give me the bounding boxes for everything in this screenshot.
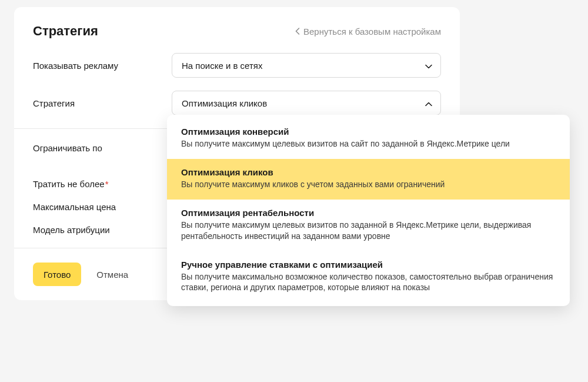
dropdown-option-desc: Вы получите максимально возможное количе… bbox=[181, 271, 556, 294]
cancel-button[interactable]: Отмена bbox=[86, 263, 139, 286]
dropdown-option-clicks[interactable]: Оптимизация кликов Вы получите максимум … bbox=[167, 159, 570, 200]
dropdown-option-desc: Вы получите максимум целевых визитов по … bbox=[181, 220, 556, 242]
select-strategy-value: Оптимизация кликов bbox=[182, 98, 267, 108]
dropdown-option-title: Оптимизация кликов bbox=[181, 167, 556, 177]
label-show-ads: Показывать рекламу bbox=[33, 61, 172, 71]
done-button[interactable]: Готово bbox=[33, 263, 81, 286]
label-limit-by: Ограничивать по bbox=[33, 143, 172, 153]
dropdown-option-conversions[interactable]: Оптимизация конверсий Вы получите максим… bbox=[167, 118, 570, 159]
row-strategy: Стратегия Оптимизация кликов bbox=[33, 91, 441, 115]
label-max-price: Максимальная цена bbox=[33, 202, 172, 212]
label-strategy: Стратегия bbox=[33, 98, 172, 108]
label-spend-max: Тратить не более bbox=[33, 179, 172, 189]
dropdown-option-desc: Вы получите максимум кликов с учетом зад… bbox=[181, 179, 556, 190]
label-attribution: Модель атрибуции bbox=[33, 225, 172, 235]
dropdown-option-title: Оптимизация конверсий bbox=[181, 127, 556, 137]
back-link-label: Вернуться к базовым настройкам bbox=[303, 26, 441, 36]
select-show-ads-value: На поиске и в сетях bbox=[182, 61, 262, 71]
dropdown-option-manual[interactable]: Ручное управление ставками с оптимизацие… bbox=[167, 251, 570, 303]
row-show-ads: Показывать рекламу На поиске и в сетях bbox=[33, 53, 441, 78]
select-show-ads[interactable]: На поиске и в сетях bbox=[172, 53, 441, 78]
dropdown-option-title: Оптимизация рентабельности bbox=[181, 208, 556, 218]
chevron-down-icon bbox=[425, 61, 432, 71]
strategy-dropdown: Оптимизация конверсий Вы получите максим… bbox=[167, 115, 570, 306]
chevron-left-icon bbox=[295, 26, 300, 36]
card-header: Стратегия Вернуться к базовым настройкам bbox=[33, 24, 441, 39]
page-title: Стратегия bbox=[33, 24, 98, 39]
dropdown-option-desc: Вы получите максимум целевых визитов на … bbox=[181, 138, 556, 150]
back-link[interactable]: Вернуться к базовым настройкам bbox=[295, 26, 441, 36]
dropdown-option-roi[interactable]: Оптимизация рентабельности Вы получите м… bbox=[167, 200, 570, 251]
dropdown-option-title: Ручное управление ставками с оптимизацие… bbox=[181, 260, 556, 270]
chevron-up-icon bbox=[425, 98, 432, 108]
select-strategy[interactable]: Оптимизация кликов bbox=[172, 91, 441, 115]
